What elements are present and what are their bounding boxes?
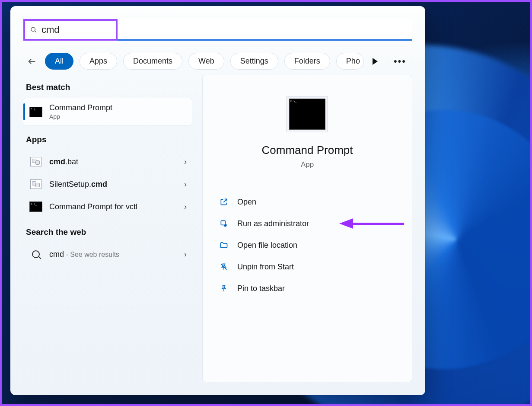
preview-app-icon [287,96,328,132]
filter-web[interactable]: Web [188,53,224,70]
chevron-right-icon: › [184,157,187,166]
filters-scroll-right[interactable] [373,58,378,65]
action-label: Unpin from Start [237,262,294,272]
result-app-1[interactable]: SilentSetup.cmd › [23,173,192,195]
open-external-icon [219,197,229,207]
search-input[interactable] [41,24,111,35]
back-button[interactable] [26,55,38,67]
results-column: Best match Command Prompt App Apps cmd.b… [23,75,192,382]
svg-line-1 [35,31,36,32]
preview-title: Command Prompt [217,144,398,157]
action-list: Open Run as administrator Open file loca… [217,192,398,298]
result-title: cmd - See web results [49,250,178,259]
result-web-search[interactable]: cmd - See web results › [23,243,192,265]
action-pin-to-taskbar[interactable]: Pin to taskbar [217,278,398,298]
filter-row: All Apps Documents Web Settings Folders … [23,53,412,75]
result-subtitle: App [49,113,187,120]
result-title: Command Prompt [49,103,187,112]
command-prompt-icon [29,106,43,118]
filter-apps[interactable]: Apps [80,53,117,70]
search-bar [23,19,412,41]
result-title: SilentSetup.cmd [49,180,178,189]
filter-chips: All Apps Documents Web Settings Folders … [45,53,364,70]
search-box-highlight [23,19,118,41]
unpin-icon [219,262,229,272]
folder-icon [219,240,229,250]
content-area: Best match Command Prompt App Apps cmd.b… [23,75,412,382]
result-app-2[interactable]: Command Prompt for vctl › [23,195,192,218]
pin-icon [219,284,229,293]
filter-settings[interactable]: Settings [230,53,278,70]
best-match-header: Best match [26,83,192,92]
action-run-as-administrator[interactable]: Run as administrator [217,214,398,233]
svg-rect-3 [221,221,225,225]
command-prompt-icon [29,201,43,213]
shield-admin-icon [219,219,229,228]
search-icon [29,248,43,260]
search-bar-rest[interactable] [118,19,412,41]
filter-folders[interactable]: Folders [284,53,330,70]
action-label: Pin to taskbar [237,284,285,293]
filter-all[interactable]: All [45,53,73,70]
divider [217,184,398,184]
search-web-header: Search the web [26,227,192,237]
more-options-button[interactable]: ••• [390,54,410,69]
bat-file-icon [29,156,43,168]
chevron-right-icon: › [184,250,187,259]
action-label: Open [237,198,256,207]
result-app-0[interactable]: cmd.bat › [23,150,192,173]
result-title: Command Prompt for vctl [49,202,178,211]
svg-point-0 [31,27,35,31]
action-unpin-from-start[interactable]: Unpin from Start [217,257,398,277]
apps-header: Apps [26,135,192,144]
action-label: Open file location [237,241,297,250]
result-title: cmd.bat [49,157,178,166]
annotation-arrow [339,220,404,227]
filter-documents[interactable]: Documents [123,53,182,70]
bat-file-icon [29,178,43,190]
preview-pane: Command Prompt App Open Run as administr… [202,75,412,382]
filter-photos-truncated[interactable]: Pho [336,53,364,70]
start-search-panel: All Apps Documents Web Settings Folders … [10,6,425,395]
preview-subtitle: App [217,160,398,169]
action-label: Run as administrator [237,219,309,228]
action-open[interactable]: Open [217,192,398,212]
search-icon [30,26,37,33]
action-open-file-location[interactable]: Open file location [217,235,398,255]
chevron-right-icon: › [184,180,187,189]
result-best-match[interactable]: Command Prompt App [23,98,192,125]
arrow-left-icon [27,57,37,66]
chevron-right-icon: › [184,202,187,211]
